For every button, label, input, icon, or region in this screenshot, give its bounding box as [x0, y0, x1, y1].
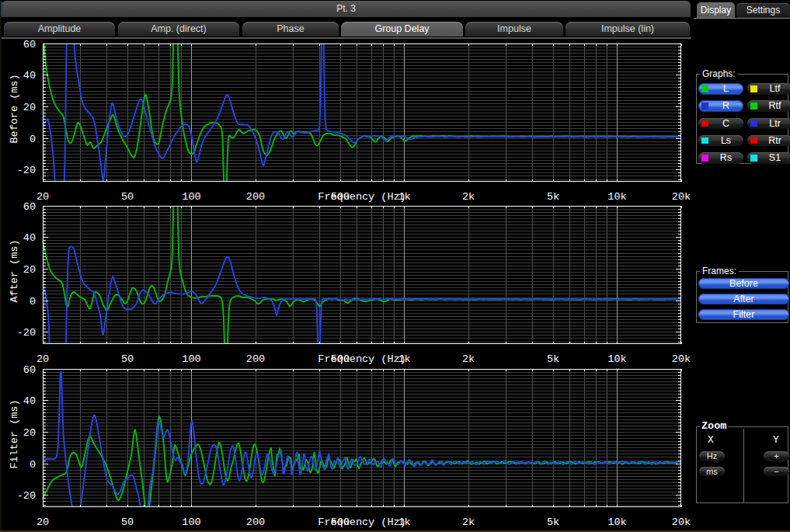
svg-text:20k: 20k — [672, 516, 691, 528]
svg-text:Before (ms): Before (ms) — [9, 74, 20, 143]
svg-text:0: 0 — [30, 459, 36, 471]
svg-text:40: 40 — [23, 395, 36, 407]
svg-text:500: 500 — [331, 191, 350, 203]
svg-text:-20: -20 — [17, 490, 36, 502]
svg-text:50: 50 — [121, 516, 134, 528]
svg-text:10k: 10k — [607, 516, 626, 528]
svg-text:20: 20 — [37, 516, 49, 528]
svg-text:100: 100 — [182, 516, 200, 528]
svg-text:-20: -20 — [17, 165, 36, 176]
svg-text:500: 500 — [331, 353, 350, 365]
svg-text:20: 20 — [37, 353, 49, 365]
svg-text:60: 60 — [23, 39, 36, 50]
svg-text:Filter (ms): Filter (ms) — [9, 399, 20, 468]
svg-text:40: 40 — [23, 232, 36, 244]
svg-text:60: 60 — [23, 364, 36, 376]
svg-text:1k: 1k — [398, 516, 410, 528]
svg-text:5k: 5k — [547, 353, 559, 365]
svg-text:40: 40 — [23, 70, 36, 82]
svg-text:20k: 20k — [672, 191, 691, 203]
svg-text:20: 20 — [37, 191, 49, 203]
svg-text:20: 20 — [23, 264, 36, 276]
svg-text:200: 200 — [246, 353, 265, 365]
svg-text:500: 500 — [331, 516, 350, 528]
svg-text:20: 20 — [23, 427, 36, 439]
svg-text:200: 200 — [246, 191, 265, 203]
svg-text:0: 0 — [30, 296, 36, 308]
svg-text:200: 200 — [246, 516, 265, 528]
svg-text:5k: 5k — [547, 191, 559, 203]
svg-text:2k: 2k — [462, 191, 475, 203]
svg-text:10k: 10k — [607, 191, 626, 203]
svg-text:2k: 2k — [462, 516, 475, 528]
svg-text:0: 0 — [30, 134, 36, 145]
svg-text:-20: -20 — [17, 327, 36, 339]
svg-text:50: 50 — [121, 353, 134, 365]
svg-text:50: 50 — [121, 191, 134, 203]
svg-text:20: 20 — [23, 102, 36, 113]
svg-text:60: 60 — [23, 201, 36, 213]
svg-text:20k: 20k — [672, 353, 691, 365]
svg-text:1k: 1k — [398, 353, 410, 365]
svg-text:100: 100 — [182, 353, 200, 365]
svg-text:2k: 2k — [462, 353, 475, 365]
svg-text:10k: 10k — [607, 353, 626, 365]
svg-text:1k: 1k — [398, 191, 410, 203]
svg-text:5k: 5k — [547, 516, 559, 528]
svg-text:100: 100 — [182, 191, 200, 203]
svg-text:After (ms): After (ms) — [9, 239, 20, 302]
